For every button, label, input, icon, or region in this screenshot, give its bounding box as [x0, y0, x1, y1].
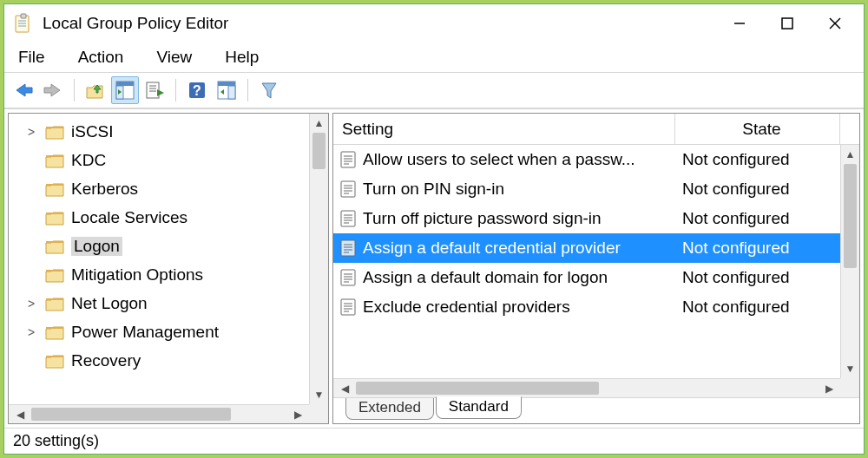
folder-icon — [45, 181, 64, 197]
maximize-button[interactable] — [763, 8, 811, 39]
svg-rect-6 — [782, 18, 792, 29]
tree-hscrollbar[interactable]: ◀ ▶ — [9, 404, 309, 423]
tree-item-label: Mitigation Options — [71, 265, 203, 285]
svg-rect-35 — [341, 181, 355, 197]
back-button[interactable] — [10, 76, 37, 104]
folder-icon — [45, 267, 64, 283]
column-header-state[interactable]: State — [675, 114, 840, 144]
setting-state: Not configured — [675, 239, 859, 258]
policy-setting-icon — [339, 298, 358, 317]
expand-icon[interactable]: > — [23, 125, 40, 139]
scroll-thumb[interactable] — [312, 133, 326, 169]
tree-item-label: Power Management — [71, 323, 219, 342]
close-button[interactable] — [811, 8, 858, 39]
tree-item-label: Logon — [71, 237, 122, 256]
menu-view[interactable]: View — [153, 46, 195, 69]
list-row[interactable]: Allow users to select when a passw...Not… — [333, 145, 859, 174]
list-header: Setting State — [333, 114, 859, 145]
filter-button[interactable] — [255, 76, 283, 104]
list-hscrollbar[interactable]: ◀ ▶ — [333, 378, 840, 397]
list-pane: Setting State Allow users to select when… — [332, 113, 860, 424]
tree-vscrollbar[interactable]: ▲ ▼ — [309, 114, 328, 404]
menu-file[interactable]: File — [15, 46, 49, 69]
setting-state: Not configured — [675, 268, 859, 287]
menu-action[interactable]: Action — [75, 46, 128, 69]
up-one-level-button[interactable] — [82, 76, 109, 104]
tab-standard[interactable]: Standard — [436, 396, 522, 419]
list-vscrollbar[interactable]: ▲ ▼ — [840, 145, 859, 378]
tree-item[interactable]: Recovery — [9, 346, 328, 375]
list-row[interactable]: Turn off picture password sign-inNot con… — [333, 204, 859, 233]
setting-name: Exclude credential providers — [363, 298, 570, 317]
tree-item-label: Locale Services — [71, 208, 187, 227]
tree-item[interactable]: >iSCSI — [9, 117, 328, 146]
toolbar-separator — [175, 79, 176, 101]
setting-name: Turn on PIN sign-in — [363, 180, 504, 199]
svg-rect-10 — [116, 82, 134, 86]
folder-icon — [45, 124, 64, 140]
tab-extended[interactable]: Extended — [345, 398, 434, 420]
tree-item-label: Recovery — [71, 351, 141, 370]
svg-rect-50 — [341, 270, 355, 285]
body-split: >iSCSIKDCKerberosLocale ServicesLogonMit… — [4, 108, 864, 428]
show-hide-tree-button[interactable] — [111, 76, 139, 104]
folder-icon — [45, 296, 64, 311]
setting-name: Assign a default credential provider — [363, 239, 621, 258]
policy-setting-icon — [339, 180, 358, 199]
svg-rect-29 — [46, 356, 63, 357]
tree-item[interactable]: Locale Services — [9, 203, 328, 232]
svg-rect-19 — [218, 82, 235, 86]
list-row[interactable]: Turn on PIN sign-inNot configured — [333, 174, 859, 204]
svg-line-8 — [830, 18, 840, 29]
tree-item-label: Kerberos — [71, 180, 138, 199]
tree-item[interactable]: >Net Logon — [9, 289, 328, 317]
tree-item[interactable]: Kerberos — [9, 174, 328, 203]
tree-item[interactable]: KDC — [9, 146, 328, 174]
setting-state: Not configured — [675, 209, 859, 228]
app-window: Local Group Policy Editor File Action Vi… — [3, 3, 865, 455]
svg-rect-27 — [46, 298, 63, 300]
view-tabs: Extended Standard — [333, 397, 859, 423]
setting-state: Not configured — [675, 298, 859, 317]
column-header-setting[interactable]: Setting — [333, 114, 675, 144]
list-row[interactable]: Assign a default credential providerNot … — [333, 233, 859, 263]
folder-icon — [45, 324, 64, 340]
minimize-button[interactable] — [715, 8, 763, 39]
scroll-thumb[interactable] — [31, 408, 231, 421]
svg-rect-22 — [46, 155, 63, 157]
svg-rect-26 — [46, 270, 63, 272]
menu-bar: File Action View Help — [4, 43, 864, 72]
show-hide-action-button[interactable] — [213, 76, 240, 104]
policy-setting-icon — [339, 209, 358, 228]
svg-rect-28 — [46, 327, 63, 329]
svg-rect-25 — [46, 241, 63, 243]
tree-item-label: Net Logon — [71, 294, 148, 313]
policy-setting-icon — [339, 239, 358, 258]
tree-item[interactable]: >Power Management — [9, 317, 328, 346]
settings-list[interactable]: Allow users to select when a passw...Not… — [333, 145, 859, 322]
folder-icon — [45, 353, 64, 369]
menu-help[interactable]: Help — [221, 46, 262, 69]
scroll-thumb[interactable] — [356, 382, 599, 395]
folder-icon — [45, 153, 64, 168]
svg-rect-45 — [341, 240, 355, 256]
expand-icon[interactable]: > — [23, 325, 40, 339]
setting-name: Allow users to select when a passw... — [363, 150, 635, 169]
folder-icon — [45, 239, 64, 254]
help-button[interactable]: ? — [183, 76, 211, 104]
scroll-thumb[interactable] — [844, 164, 857, 268]
title-bar: Local Group Policy Editor — [4, 4, 864, 43]
svg-rect-30 — [341, 152, 355, 167]
svg-rect-1 — [21, 14, 26, 18]
tree-item[interactable]: Logon — [9, 232, 328, 260]
list-row[interactable]: Assign a default domain for logonNot con… — [333, 263, 859, 292]
svg-rect-24 — [46, 213, 63, 214]
setting-state: Not configured — [675, 150, 859, 169]
nav-tree[interactable]: >iSCSIKDCKerberosLocale ServicesLogonMit… — [9, 114, 328, 375]
expand-icon[interactable]: > — [23, 297, 40, 311]
export-list-button[interactable] — [141, 76, 168, 104]
policy-setting-icon — [339, 150, 358, 169]
list-row[interactable]: Exclude credential providersNot configur… — [333, 292, 859, 322]
tree-item[interactable]: Mitigation Options — [9, 260, 328, 289]
forward-button[interactable] — [39, 76, 67, 104]
